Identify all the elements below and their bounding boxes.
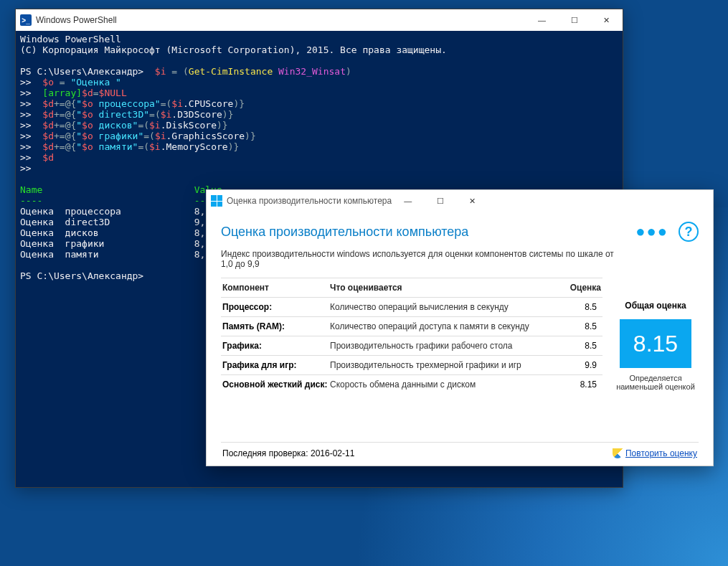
tok-cim: Get-CimInstance [189,66,273,77]
ps-row: Оценка графики 8,5 [20,238,211,249]
wei-page-title: Оценка производительности компьютера [221,225,635,240]
wei-overall-panel: Общая оценка 8.15 Определяется наименьше… [613,278,699,442]
minimize-button[interactable]: — [526,9,558,31]
ps-table-head: Name Value [20,184,222,195]
col-what: Что оценивается [330,283,551,293]
wei-window: Оценка производительности компьютера — ☐… [206,189,714,466]
col-score: Оценка [551,283,601,293]
wei-last-check: Последняя проверка: 2016-02-11 [222,448,354,458]
wei-row-cpu: Процессор: Количество операций вычислени… [221,297,602,316]
wei-body: Оценка производительности компьютера ●●●… [207,212,713,466]
wei-table-header: Компонент Что оценивается Оценка [221,278,602,297]
powershell-title: Windows PowerShell [36,15,117,25]
ps-prompt-2: PS C:\Users\Александр> [20,270,143,281]
ps-row: Оценка дисков 8,15 [20,227,217,238]
ps-header2: (С) Корпорация Майкрософт (Microsoft Cor… [20,44,447,55]
powershell-icon: >_ [20,14,32,26]
wei-table: Компонент Что оценивается Оценка Процесс… [221,278,602,442]
col-overall: Общая оценка [625,301,686,311]
ps-header1: Windows PowerShell [20,34,121,44]
close-button[interactable]: ✕ [456,190,488,212]
ps-row: Оценка direct3D 9,9 [20,217,211,227]
wei-footer: Последняя проверка: 2016-02-11 Повторить… [221,442,699,458]
minimize-button[interactable]: — [392,190,424,212]
tok-arg: Win32_Winsat [273,66,346,77]
wei-row-gaming-graphics: Графика для игр: Производительность трех… [221,355,602,374]
ps-row: Оценка памяти 8,5 [20,249,211,260]
wei-description: Индекс производительности windows исполь… [221,249,615,269]
tok-i: $i [155,66,166,77]
menu-dots-icon[interactable]: ●●● [635,222,668,241]
wei-overall-note: Определяется наименьшей оценкой [613,374,699,391]
wei-overall-score: 8.15 [620,319,691,368]
wei-row-memory: Память (RAM): Количество операций доступ… [221,316,602,336]
wei-window-title: Оценка производительности компьютера [227,196,392,206]
col-component: Компонент [222,283,330,293]
help-icon[interactable]: ? [679,222,699,242]
wei-repeat-link[interactable]: Повторить оценку [613,448,697,458]
maximize-button[interactable]: ☐ [424,190,456,212]
shield-icon [613,448,623,458]
wei-row-disk: Основной жесткий диск: Скорость обмена д… [221,374,602,394]
ps-prompt-1: PS C:\Users\Александр> [20,66,143,77]
wei-titlebar[interactable]: Оценка производительности компьютера — ☐… [207,190,713,212]
ps-row: Оценка процессора 8,5 [20,206,211,217]
ps-table-sep: ---- ----- [20,195,222,206]
close-button[interactable]: ✕ [590,9,623,31]
wei-row-graphics: Графика: Производительность графики рабо… [221,336,602,355]
windows-logo-icon [211,195,222,207]
powershell-titlebar[interactable]: >_ Windows PowerShell — ☐ ✕ [16,9,623,31]
maximize-button[interactable]: ☐ [558,9,590,31]
